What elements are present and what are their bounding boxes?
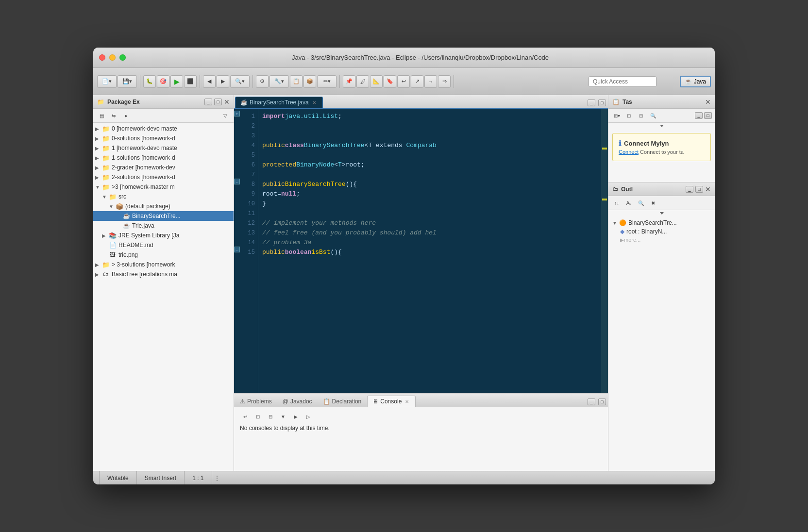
tree-item-basictree[interactable]: ▶ 🗂 BasicTree [recitations ma	[93, 269, 234, 279]
extra3-button[interactable]: 📐	[370, 75, 383, 88]
bottom-minimize-button[interactable]: _	[588, 399, 595, 405]
tool5-button[interactable]: ✏▾	[317, 75, 337, 88]
code-content[interactable]: import java.util.List; public class Bina…	[258, 109, 601, 393]
editor-tab-bst[interactable]: ☕ BinarySearchTree.java ✕	[235, 97, 323, 108]
tree-item-0sol[interactable]: ▶ 📁 0-solutions [homework-d	[93, 133, 234, 143]
tool3-button[interactable]: 📋	[290, 75, 303, 88]
tree-item-1sol[interactable]: ▶ 📁 1-solutions [homework-d	[93, 153, 234, 163]
save-button[interactable]: 💾▾	[118, 75, 137, 88]
tree-item-jre[interactable]: ▶ 📚 JRE System Library [Ja	[93, 231, 234, 240]
back-button[interactable]: ◀	[203, 75, 216, 88]
debug-button[interactable]: 🐛	[143, 75, 156, 88]
quick-access-input[interactable]	[589, 76, 656, 87]
tree-item-3[interactable]: ▼ 📁 >3 [homework-master m	[93, 182, 234, 192]
close-tasks-icon[interactable]: ✕	[705, 98, 711, 106]
extra-toolbar-group: 📌 🖊 📐 🔖 ↩ ↗ → ⇒	[343, 75, 454, 88]
outline-sort-alpha-btn[interactable]: Aᵤ	[623, 198, 634, 208]
outline-maximize-btn[interactable]: □	[695, 186, 703, 193]
console-btn6[interactable]: ▷	[303, 411, 314, 422]
extra1-button[interactable]: 📌	[343, 75, 355, 88]
main-content: 📁 Package Ex _ □ ✕ ▤ ⇆ ● ▽	[93, 95, 715, 471]
close-button[interactable]	[99, 54, 105, 61]
editor-maximize-button[interactable]: □	[598, 100, 606, 106]
outline-filter-btn[interactable]: 🔍	[636, 198, 646, 208]
sidebar-dropdown-button[interactable]: ▽	[220, 110, 231, 121]
target-button[interactable]: 🎯	[157, 75, 169, 88]
collapse-all-button[interactable]: ▤	[96, 110, 107, 121]
outline-sort-btn[interactable]: ↑↓	[611, 198, 622, 208]
console-tab[interactable]: 🖥 Console ✕	[367, 396, 416, 407]
tab-close-button[interactable]: ✕	[311, 99, 318, 106]
tree-item-3sol[interactable]: ▶ 📁 > 3-solutions [homework	[93, 260, 234, 269]
task-btn3[interactable]: ⊟	[636, 110, 646, 121]
forward-button[interactable]: ▶	[217, 75, 229, 88]
run-button[interactable]: ▶	[170, 75, 183, 88]
position-status: 1 : 1	[185, 471, 212, 484]
problems-tab[interactable]: ⚠ Problems	[235, 396, 277, 407]
close-outline-icon[interactable]: ✕	[705, 185, 711, 193]
extra7-button[interactable]: →	[424, 75, 437, 88]
status-more-button[interactable]: ⋮	[212, 475, 222, 482]
outline-hide-btn[interactable]: ✖	[648, 198, 658, 208]
outline-item-more[interactable]: ▶ more...	[610, 236, 713, 244]
console-btn5[interactable]: ▶	[290, 411, 301, 422]
console-btn2[interactable]: ⊡	[252, 411, 263, 422]
sidebar-menu-button[interactable]: ●	[120, 110, 131, 121]
line-num-7: 7	[241, 170, 258, 180]
tree-item-2sol[interactable]: ▶ 📁 2-solutions [homework-d	[93, 172, 234, 182]
extra6-button[interactable]: ↗	[411, 75, 423, 88]
javadoc-tab[interactable]: @ Javadoc	[278, 396, 317, 407]
tree-item-binarysearchtree[interactable]: ☕ BinarySearchTre...	[93, 211, 234, 221]
tree-item-src[interactable]: ▼ 📁 src	[93, 192, 234, 201]
search-button[interactable]: 🔍▾	[230, 75, 250, 88]
console-btn3[interactable]: ⊟	[265, 411, 276, 422]
extra5-button[interactable]: ↩	[397, 75, 410, 88]
expand-marker-15[interactable]: -	[234, 247, 240, 252]
folder-icon-8: 📁	[102, 261, 110, 268]
console-close-button[interactable]: ✕	[404, 398, 410, 405]
editor-minimize-button[interactable]: _	[588, 100, 595, 106]
connect-link[interactable]: Connect	[619, 149, 639, 155]
minimize-button[interactable]	[109, 54, 116, 61]
tree-item-trie[interactable]: ☕ Trie.java	[93, 221, 234, 231]
console-clear-button[interactable]: ↩	[240, 411, 251, 422]
maximize-panel-button[interactable]: □	[214, 99, 222, 105]
tool2-button[interactable]: 🔧▾	[269, 75, 289, 88]
task-btn2[interactable]: ⊡	[623, 110, 634, 121]
tree-item-default-package[interactable]: ▼ 📦 (default package)	[93, 201, 234, 211]
extra4-button[interactable]: 🔖	[384, 75, 396, 88]
console-btn4[interactable]: ▼	[278, 411, 288, 422]
tool1-button[interactable]: ⚙	[256, 75, 269, 88]
outline-item-class[interactable]: ▼ 🟠 BinarySearchTre...	[610, 218, 713, 227]
src-folder-icon: 📁	[109, 193, 117, 200]
bottom-maximize-button[interactable]: □	[598, 399, 606, 405]
outline-chevron-icon[interactable]	[660, 212, 664, 215]
line-num-4: 4	[241, 141, 258, 150]
tool4-button[interactable]: 📦	[303, 75, 316, 88]
task-btn4[interactable]: 🔍	[648, 110, 658, 121]
tasks-maximize-btn[interactable]: □	[704, 112, 712, 119]
tasks-minimize-btn[interactable]: _	[695, 112, 703, 119]
extra2-button[interactable]: 🖊	[356, 75, 369, 88]
tasks-chevron-icon[interactable]	[660, 125, 664, 127]
new-button[interactable]: 📄▾	[97, 75, 117, 88]
minimize-panel-button[interactable]: _	[204, 99, 212, 105]
link-with-editor-button[interactable]: ⇆	[108, 110, 119, 121]
declaration-tab[interactable]: 📋 Declaration	[318, 396, 367, 407]
expand-marker-1[interactable]: +	[234, 111, 240, 116]
maximize-button[interactable]	[119, 54, 126, 61]
tree-item-0[interactable]: ▶ 📁 0 [homework-devo maste	[93, 124, 234, 133]
tree-item-1[interactable]: ▶ 📁 1 [homework-devo maste	[93, 143, 234, 153]
outline-minimize-btn[interactable]: _	[686, 186, 693, 193]
expand-marker-8[interactable]: -	[234, 179, 240, 184]
task-add-btn[interactable]: ⊞▾	[611, 110, 622, 121]
close-panel-icon[interactable]: ✕	[224, 98, 230, 106]
tree-item-trie-png[interactable]: 🖼 trie.png	[93, 250, 234, 260]
stop-button[interactable]: ⬛	[184, 75, 197, 88]
outline-item-root[interactable]: ◆ root : BinaryN...	[610, 227, 713, 236]
tree-item-2grader[interactable]: ▶ 📁 2-grader [homework-dev	[93, 163, 234, 172]
tree-item-readme[interactable]: 📄 README.md	[93, 240, 234, 250]
code-line-4: public class BinarySearchTree<T extends …	[262, 141, 597, 150]
extra8-button[interactable]: ⇒	[438, 75, 451, 88]
java-perspective-button[interactable]: ☕ Java	[680, 76, 711, 87]
